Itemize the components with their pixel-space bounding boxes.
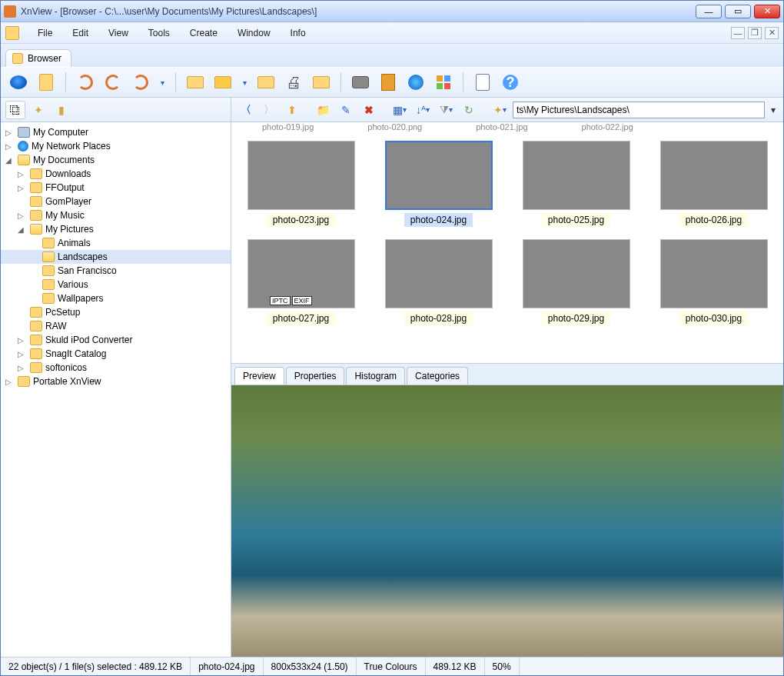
tree-item-various[interactable]: Various bbox=[1, 278, 231, 291]
tree-label: Various bbox=[58, 279, 88, 290]
rotate-dropdown[interactable]: ▾ bbox=[157, 71, 168, 94]
path-input[interactable] bbox=[513, 102, 765, 118]
metadata-badges: IPTC EXIF bbox=[270, 296, 312, 305]
edit-button[interactable]: ✎ bbox=[336, 101, 356, 119]
slideshow-button[interactable] bbox=[377, 71, 400, 94]
path-dropdown[interactable]: ▾ bbox=[768, 105, 779, 115]
funnel-icon: ⧩ bbox=[440, 103, 449, 116]
sort-button[interactable]: ↓ᴬ▾ bbox=[413, 101, 433, 119]
tree-item-snagit[interactable]: ▷SnagIt Catalog bbox=[1, 347, 231, 361]
view-fullscreen-button[interactable] bbox=[7, 71, 30, 94]
collapse-icon[interactable]: ◢ bbox=[18, 225, 27, 234]
tab-properties[interactable]: Properties bbox=[286, 367, 345, 385]
thumbnail-item[interactable]: photo-030.jpg bbox=[649, 236, 779, 328]
tree-item-pcsetup[interactable]: PcSetup bbox=[1, 305, 231, 319]
expand-icon[interactable]: ▷ bbox=[5, 142, 15, 151]
menu-edit[interactable]: Edit bbox=[68, 25, 93, 42]
export-button[interactable] bbox=[310, 71, 333, 94]
expand-icon[interactable]: ▷ bbox=[18, 211, 27, 220]
menu-window[interactable]: Window bbox=[233, 25, 275, 42]
nav-back-button[interactable]: 〈 bbox=[236, 101, 256, 119]
rotate-ccw-button[interactable] bbox=[74, 71, 97, 94]
expand-icon[interactable]: ▷ bbox=[5, 128, 15, 137]
thumbnails-area[interactable]: photo-023.jpg photo-024.jpg photo-025.jp… bbox=[231, 133, 783, 364]
expand-icon[interactable]: ▷ bbox=[18, 350, 27, 358]
delete-button[interactable]: ✖ bbox=[359, 101, 379, 119]
mdi-close-button[interactable]: ✕ bbox=[765, 27, 779, 39]
batch-rename-button[interactable] bbox=[211, 71, 234, 94]
preview-area[interactable] bbox=[231, 385, 783, 657]
menu-file[interactable]: File bbox=[33, 25, 57, 42]
tree-copy-button[interactable]: ⿻ bbox=[5, 101, 25, 119]
batch-convert-button[interactable] bbox=[184, 71, 207, 94]
thumbnail-item[interactable]: photo-028.jpg bbox=[374, 236, 503, 328]
folder-icon bbox=[42, 238, 55, 248]
tree-item-raw[interactable]: RAW bbox=[1, 319, 231, 333]
help-button[interactable]: ? bbox=[499, 71, 522, 94]
tree-item-softonicos[interactable]: ▷softonicos bbox=[1, 361, 231, 375]
collapse-icon[interactable]: ◢ bbox=[5, 156, 15, 165]
tree-item-skuld[interactable]: ▷Skuld iPod Converter bbox=[1, 333, 231, 347]
thumbnail-item[interactable]: photo-024.jpg bbox=[374, 138, 503, 230]
nav-up-button[interactable]: ⬆ bbox=[282, 101, 302, 119]
mdi-restore-button[interactable]: ❐ bbox=[748, 27, 762, 39]
menu-info[interactable]: Info bbox=[286, 25, 311, 42]
expand-icon[interactable]: ▷ bbox=[18, 170, 27, 178]
capture-button[interactable] bbox=[349, 71, 372, 94]
tree-item-landscapes[interactable]: Landscapes bbox=[1, 250, 231, 264]
status-dimensions: 800x533x24 (1.50) bbox=[264, 658, 357, 675]
close-button[interactable]: ✕ bbox=[754, 5, 780, 18]
web-button[interactable] bbox=[404, 71, 427, 94]
tab-preview[interactable]: Preview bbox=[234, 367, 284, 385]
print-button[interactable]: 🖨 bbox=[282, 71, 305, 94]
menu-create[interactable]: Create bbox=[185, 25, 222, 42]
network-icon bbox=[18, 141, 28, 152]
tree-item-downloads[interactable]: ▷Downloads bbox=[1, 167, 231, 181]
tab-categories[interactable]: Categories bbox=[407, 367, 468, 385]
menu-tools[interactable]: Tools bbox=[144, 25, 174, 42]
mdi-minimize-button[interactable]: — bbox=[731, 27, 745, 39]
thumbnail-item[interactable]: photo-025.jpg bbox=[511, 138, 641, 230]
filter-button[interactable]: ⧩▾ bbox=[436, 101, 456, 119]
batch-dropdown[interactable]: ▾ bbox=[239, 71, 250, 94]
search-button[interactable] bbox=[254, 71, 277, 94]
tree-bookmark-button[interactable]: ▮ bbox=[51, 101, 71, 119]
expand-icon[interactable]: ▷ bbox=[18, 184, 27, 192]
folder-tree[interactable]: ▷My Computer ▷My Network Places ◢My Docu… bbox=[1, 122, 231, 657]
options-button[interactable] bbox=[471, 71, 494, 94]
tab-browser[interactable]: Browser bbox=[5, 49, 71, 67]
new-folder-button[interactable]: 📁 bbox=[313, 101, 333, 119]
new-doc-button[interactable] bbox=[35, 71, 58, 94]
tree-favorites-button[interactable]: ✦ bbox=[28, 101, 48, 119]
tree-item-mypictures[interactable]: ◢My Pictures bbox=[1, 222, 231, 236]
minimize-button[interactable]: — bbox=[696, 5, 722, 18]
thumbnail-item[interactable]: photo-026.jpg bbox=[649, 138, 779, 230]
compare-button[interactable] bbox=[432, 71, 455, 94]
folder-icon bbox=[42, 265, 55, 276]
thumbnail-item[interactable]: IPTC EXIF photo-027.jpg bbox=[236, 236, 366, 328]
tree-item-network[interactable]: ▷My Network Places bbox=[1, 139, 231, 153]
tree-item-portable[interactable]: ▷Portable XnView bbox=[1, 375, 231, 388]
rotate-cw-button[interactable] bbox=[101, 71, 125, 94]
rotate-lossless-button[interactable] bbox=[129, 71, 152, 94]
nav-forward-button[interactable]: 〉 bbox=[259, 101, 279, 119]
expand-icon[interactable]: ▷ bbox=[5, 378, 15, 386]
expand-icon[interactable]: ▷ bbox=[18, 336, 27, 345]
view-mode-button[interactable]: ▦▾ bbox=[390, 101, 410, 119]
content-pane: 〈 〉 ⬆ 📁 ✎ ✖ ▦▾ ↓ᴬ▾ ⧩▾ ↻ ✦▾ ▾ photo-019.j… bbox=[231, 98, 783, 657]
maximize-button[interactable]: ▭ bbox=[725, 5, 751, 18]
tree-item-gomplayer[interactable]: GomPlayer bbox=[1, 195, 231, 208]
tree-item-ffoutput[interactable]: ▷FFOutput bbox=[1, 181, 231, 195]
thumbnail-item[interactable]: photo-023.jpg bbox=[236, 138, 366, 230]
tree-item-mymusic[interactable]: ▷My Music bbox=[1, 208, 231, 222]
tree-item-mycomputer[interactable]: ▷My Computer bbox=[1, 125, 231, 139]
menu-view[interactable]: View bbox=[104, 25, 133, 42]
tree-item-mydocuments[interactable]: ◢My Documents bbox=[1, 153, 231, 167]
favorites-button[interactable]: ✦▾ bbox=[490, 101, 510, 119]
refresh-button[interactable]: ↻ bbox=[459, 101, 479, 119]
tree-item-wallpapers[interactable]: Wallpapers bbox=[1, 291, 231, 305]
expand-icon[interactable]: ▷ bbox=[18, 364, 27, 372]
thumbnail-item[interactable]: photo-029.jpg bbox=[511, 236, 641, 328]
tab-histogram[interactable]: Histogram bbox=[346, 367, 405, 385]
tree-item-sanfrancisco[interactable]: San Francisco bbox=[1, 264, 231, 278]
